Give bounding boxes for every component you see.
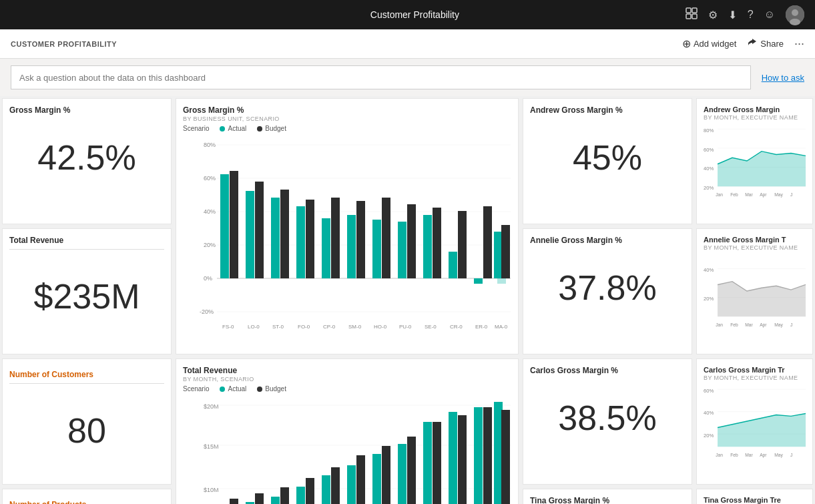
carlos-gross-margin-trend-card: Carlos Gross Margin Tr BY MONTH, EXECUTI… <box>696 358 813 485</box>
tr-scenario-label: Scenario <box>183 385 209 393</box>
carlos-gross-margin-kpi-card: Carlos Gross Margin % 38.5% <box>523 358 692 485</box>
svg-rect-25 <box>296 206 305 278</box>
svg-text:Apr: Apr <box>760 192 767 198</box>
gross-margin-chart-card: Gross Margin % BY BUSINESS UNIT, SCENARI… <box>176 98 519 354</box>
tina-gross-margin-kpi-card: Tina Gross Margin % <box>523 489 692 504</box>
svg-marker-119 <box>718 414 806 447</box>
help-icon[interactable]: ? <box>748 9 754 21</box>
smiley-icon[interactable]: ☺ <box>764 9 775 21</box>
tina-trend-title: Tina Gross Margin Tre <box>704 496 806 504</box>
svg-text:40%: 40% <box>704 410 714 416</box>
gross-margin-chart-subtitle: BY BUSINESS UNIT, SCENARIO <box>183 115 511 122</box>
svg-rect-20 <box>230 171 238 278</box>
svg-rect-24 <box>280 190 289 278</box>
svg-rect-110 <box>483 407 492 504</box>
number-of-customers-value: 80 <box>9 388 164 473</box>
svg-marker-64 <box>718 152 806 187</box>
svg-point-6 <box>790 19 800 25</box>
svg-text:May: May <box>774 192 783 198</box>
svg-text:$10M: $10M <box>204 487 219 493</box>
svg-rect-98 <box>331 467 340 504</box>
andrew-trend-title: Andrew Gross Margin <box>704 105 806 113</box>
svg-rect-112 <box>501 410 510 504</box>
svg-rect-97 <box>322 475 330 504</box>
annelie-trend-subtitle: BY MONTH, EXECUTIVE NAME <box>704 244 806 251</box>
svg-rect-1 <box>692 8 697 13</box>
svg-rect-104 <box>407 437 416 504</box>
svg-text:May: May <box>774 322 783 328</box>
svg-rect-0 <box>686 8 691 13</box>
annelie-trend-chart: 40% 20% Jan Feb Mar Apr May J <box>704 251 806 331</box>
svg-rect-42 <box>497 278 506 284</box>
svg-rect-40 <box>483 206 492 278</box>
svg-text:ER-0: ER-0 <box>475 324 488 330</box>
svg-rect-36 <box>433 208 441 278</box>
svg-text:Apr: Apr <box>760 322 767 328</box>
annelie-gross-margin-title: Annelie Gross Margin % <box>530 236 685 245</box>
annelie-trend-title: Annelie Gross Margin T <box>704 236 806 244</box>
total-revenue-value: $235M <box>9 254 164 338</box>
svg-text:20%: 20% <box>704 185 714 191</box>
topbar-icons: ⚙ ⬇ ? ☺ <box>686 5 804 24</box>
svg-text:Mar: Mar <box>745 322 753 327</box>
carlos-gross-margin-title: Carlos Gross Margin % <box>530 366 685 375</box>
avatar[interactable] <box>786 5 804 24</box>
svg-text:PU-0: PU-0 <box>399 324 412 330</box>
svg-text:May: May <box>774 453 783 458</box>
svg-text:Mar: Mar <box>745 453 753 457</box>
svg-rect-27 <box>322 218 330 278</box>
how-to-ask-link[interactable]: How to ask <box>762 73 804 83</box>
svg-text:J: J <box>790 192 792 197</box>
share-button[interactable]: Share <box>747 37 784 50</box>
svg-rect-95 <box>296 487 305 504</box>
topbar: Customer Profitability ⚙ ⬇ ? ☺ <box>0 0 815 29</box>
svg-text:0%: 0% <box>204 275 212 282</box>
svg-rect-96 <box>306 478 314 504</box>
subheader-actions: ⊕ Add widget Share ··· <box>682 37 804 51</box>
svg-text:SE-0: SE-0 <box>425 324 437 330</box>
actual-dot <box>220 126 225 132</box>
annelie-gross-margin-trend-card: Annelie Gross Margin T BY MONTH, EXECUTI… <box>696 228 813 354</box>
svg-rect-33 <box>398 222 406 278</box>
svg-text:20%: 20% <box>704 433 714 439</box>
svg-rect-100 <box>356 455 365 504</box>
total-revenue-divider <box>9 249 164 250</box>
total-revenue-kpi-card: Total Revenue $235M <box>2 228 172 354</box>
svg-rect-38 <box>458 211 467 278</box>
topbar-title: Customer Profitability <box>144 9 686 20</box>
add-widget-button[interactable]: ⊕ Add widget <box>682 37 736 50</box>
tr-actual-legend: Actual <box>220 385 246 393</box>
svg-text:ST-0: ST-0 <box>272 324 284 330</box>
svg-text:80%: 80% <box>704 128 714 134</box>
annelie-gross-margin-value: 37.8% <box>530 245 685 330</box>
svg-rect-22 <box>255 182 264 278</box>
svg-rect-37 <box>449 252 457 278</box>
svg-text:Feb: Feb <box>730 453 738 457</box>
andrew-trend-subtitle: BY MONTH, EXECUTIVE NAME <box>704 114 806 121</box>
svg-text:40%: 40% <box>204 208 216 215</box>
svg-rect-21 <box>246 191 254 278</box>
svg-text:60%: 60% <box>204 175 216 182</box>
download-icon[interactable]: ⬇ <box>728 9 737 21</box>
carlos-gross-margin-value: 38.5% <box>530 375 685 460</box>
more-options-icon[interactable]: ··· <box>794 37 804 51</box>
tr-budget-legend: Budget <box>257 385 286 393</box>
layout-icon[interactable] <box>686 7 698 22</box>
svg-text:MA-0: MA-0 <box>495 324 508 330</box>
svg-text:FO-0: FO-0 <box>298 324 310 330</box>
svg-rect-19 <box>220 174 229 278</box>
svg-text:20%: 20% <box>704 296 714 302</box>
carlos-trend-chart: 60% 40% 20% Jan Feb Mar Apr May J <box>704 381 806 461</box>
svg-text:Mar: Mar <box>745 192 753 197</box>
carlos-trend-title: Carlos Gross Margin Tr <box>704 366 806 374</box>
total-revenue-label: Total Revenue <box>9 236 164 245</box>
svg-text:Feb: Feb <box>730 322 738 327</box>
plus-circle-icon: ⊕ <box>682 37 691 50</box>
customers-divider <box>9 383 164 384</box>
settings-icon[interactable]: ⚙ <box>708 9 718 21</box>
svg-rect-2 <box>686 14 691 19</box>
andrew-trend-chart: 80% 60% 40% 20% Jan Feb Mar Apr May J <box>704 121 806 201</box>
svg-text:J: J <box>790 453 792 457</box>
qa-input[interactable] <box>11 65 751 89</box>
share-icon <box>747 37 758 50</box>
